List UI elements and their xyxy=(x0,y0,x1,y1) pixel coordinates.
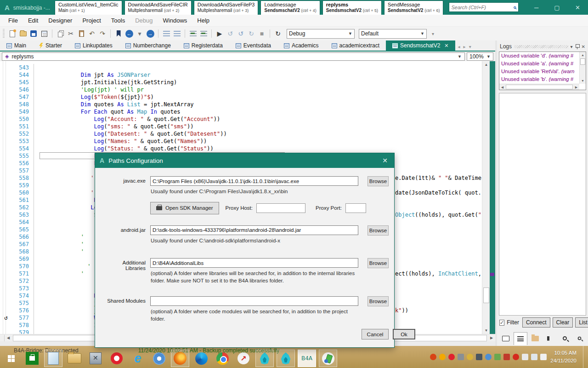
start-button[interactable] xyxy=(2,350,20,367)
edit-position-marker[interactable] xyxy=(490,273,494,276)
undo-icon[interactable]: ↶ xyxy=(87,29,96,38)
show-desktop-button[interactable] xyxy=(583,346,586,368)
file-explorer-icon[interactable] xyxy=(65,350,84,367)
navigate-back-icon[interactable]: ← xyxy=(124,29,134,38)
module-tab-numberchange[interactable]: Numberchange xyxy=(119,40,177,51)
tray-ethernet-icon[interactable] xyxy=(531,354,537,360)
cut-icon[interactable]: ✂ xyxy=(66,29,75,38)
new-file-icon[interactable] xyxy=(8,29,17,38)
proxy-host-input[interactable] xyxy=(256,203,305,213)
tray-usb-icon[interactable] xyxy=(458,354,464,360)
code-line-544[interactable]: 544Dim jpt As JSONParser xyxy=(0,71,481,79)
red-arrow-browser-icon[interactable]: ↗ xyxy=(234,350,253,367)
bookmark-tab-2[interactable]: DownloadAndSaveFileCIRMultplesharemail (… xyxy=(124,0,192,15)
shared-modules-input[interactable] xyxy=(150,296,358,306)
menu-project[interactable]: Project xyxy=(78,15,105,26)
outdent-icon[interactable] xyxy=(172,29,181,38)
clear-button[interactable]: Clear xyxy=(553,317,573,328)
edge-icon[interactable] xyxy=(192,350,210,367)
tab-scroll-nav[interactable]: ◂▸▾ xyxy=(458,44,471,51)
tray-disc-icon[interactable] xyxy=(467,354,473,360)
cancel-button[interactable]: Cancel xyxy=(362,329,389,339)
warnings-vertical-scrollbar[interactable]: ▲▼ xyxy=(579,52,586,84)
step-over-icon[interactable]: ↻ xyxy=(247,29,256,38)
warnings-horizontal-scrollbar[interactable]: ◀▶ xyxy=(499,84,579,90)
save-icon[interactable] xyxy=(29,29,38,38)
list-button[interactable]: List xyxy=(575,317,588,328)
tab-scroll-left-icon[interactable]: ◂ xyxy=(458,44,460,49)
internet-explorer-icon[interactable]: e xyxy=(129,350,147,367)
find-module-icon[interactable] xyxy=(40,29,49,38)
editor-zoom-select[interactable]: 100%▼ xyxy=(467,52,493,61)
scroll-right-icon[interactable]: ▶ xyxy=(488,335,495,341)
tray-app-red-icon[interactable] xyxy=(430,354,436,360)
bookmark-tab-6[interactable]: SendMessageSendsmschatV2 (ctrl + 6) xyxy=(384,0,443,15)
copy-icon[interactable] xyxy=(56,29,65,38)
bookmark-icon[interactable] xyxy=(114,29,123,38)
dialog-title-bar[interactable]: A Paths Configuration ✕ xyxy=(95,153,394,168)
back-history-dropdown-icon[interactable]: ▾ xyxy=(135,29,144,38)
module-tab-starter[interactable]: Starter xyxy=(33,40,68,51)
code-line-543[interactable]: 543 xyxy=(0,64,481,71)
comment-icon[interactable] xyxy=(188,29,198,38)
chromium-icon[interactable] xyxy=(150,350,168,367)
search-icon[interactable] xyxy=(558,332,571,345)
module-tab-main[interactable]: Main xyxy=(0,40,33,51)
close-tab-icon[interactable]: ✕ xyxy=(444,43,448,49)
code-line-550[interactable]: 550Log("Account: " & quot.Get("Account")… xyxy=(0,115,481,123)
menu-windows[interactable]: Windows xyxy=(158,15,192,26)
tray-network-error-icon[interactable] xyxy=(503,354,510,360)
bookmark-tab-1[interactable]: CustomListView1_ItemClicMain (ctrl + 1) xyxy=(55,0,122,15)
javac-path-input[interactable] xyxy=(150,176,358,186)
warning-item[interactable]: Unused variable 'd'. (warning # xyxy=(499,52,577,60)
shared-modules-browse-button[interactable]: Browse xyxy=(368,296,389,306)
code-line-549[interactable]: 549For Each quot As Map In quotes xyxy=(0,108,481,115)
tray-volume-icon[interactable] xyxy=(540,354,547,360)
warning-item[interactable]: Unused variable 'a'. (warning # xyxy=(499,60,577,68)
code-line-553[interactable]: 553Log("Names: " & quot.Get("Names")) xyxy=(0,138,481,145)
resume-icon[interactable]: ↺ xyxy=(226,29,235,38)
stop-icon[interactable]: ■ xyxy=(257,29,266,38)
notepad-icon[interactable] xyxy=(44,350,62,367)
code-line-545[interactable]: 545jpt.Initialize(jtk.GetString) xyxy=(0,79,481,86)
module-tab-sendsmschatv2[interactable]: SendsmschatV2✕ xyxy=(386,40,455,51)
code-line-548[interactable]: 548Dim quotes As List = jpt.NextArray xyxy=(0,101,481,108)
editor-vertical-scrollbar[interactable]: ▲ ▼ xyxy=(482,61,490,334)
code-line-552[interactable]: 552Log("Datesent: " & quot.Get("Datesent… xyxy=(0,130,481,138)
panel-menu-icon[interactable]: ▾ xyxy=(571,44,573,49)
open-file-icon[interactable] xyxy=(18,29,28,38)
code-line-551[interactable]: 551Log("sms: " & quot.Get("sms")) xyxy=(0,123,481,130)
pin-icon[interactable] xyxy=(575,44,579,49)
tab-list-icon[interactable]: ▾ xyxy=(469,44,471,49)
minimize-button[interactable]: ─ xyxy=(526,0,547,15)
search-input[interactable] xyxy=(451,5,513,10)
run-icon[interactable]: ▶ xyxy=(215,29,224,38)
panel-drag-handle[interactable] xyxy=(514,45,568,48)
redo-icon[interactable]: ↷ xyxy=(98,29,107,38)
firefox-icon[interactable] xyxy=(171,350,189,367)
navigate-forward-icon[interactable]: → xyxy=(146,29,155,38)
rebuild-icon[interactable]: ↻ xyxy=(273,29,283,38)
files-manager-icon[interactable] xyxy=(528,332,542,345)
code-line-547[interactable]: 547Log($"Token(${jpt})"$) xyxy=(0,93,481,101)
chrome-icon[interactable] xyxy=(213,350,232,367)
toolbar-overflow-icon[interactable]: ▾ xyxy=(432,31,434,36)
bookmark-tab-5[interactable]: replysmsSendsmschatV2 (ctrl + 5) xyxy=(322,0,382,15)
additional-libraries-browse-button[interactable]: Browse xyxy=(368,258,389,268)
menu-debug[interactable]: Debug xyxy=(130,15,157,26)
search-box[interactable]: ⌕ xyxy=(449,2,519,12)
paste-icon[interactable] xyxy=(77,29,86,38)
taskbar-clock[interactable]: 10:05 AM 24/11/2020 xyxy=(550,349,579,365)
module-tab-eventsdata[interactable]: Eventsdata xyxy=(229,40,277,51)
warning-item[interactable]: Unused variable 'RetVal'. (warn xyxy=(499,68,577,75)
tray-display-icon[interactable] xyxy=(476,354,482,360)
javac-browse-button[interactable]: Browse xyxy=(368,176,389,186)
method-navigator-select[interactable]: ◈ replysms ▼ xyxy=(2,52,465,61)
b4a-flame-icon-2[interactable] xyxy=(277,350,295,367)
warnings-list[interactable]: Unused variable 'd'. (warning #Unused va… xyxy=(499,52,586,90)
module-tab-linkupdates[interactable]: Linkupdates xyxy=(68,40,119,51)
windows-store-icon[interactable] xyxy=(23,350,41,367)
build-profile-select[interactable]: Default▼ xyxy=(359,29,427,39)
filter-checkbox[interactable]: ✓ xyxy=(499,320,504,326)
b4a-ide-icon[interactable]: B4A xyxy=(298,350,316,367)
